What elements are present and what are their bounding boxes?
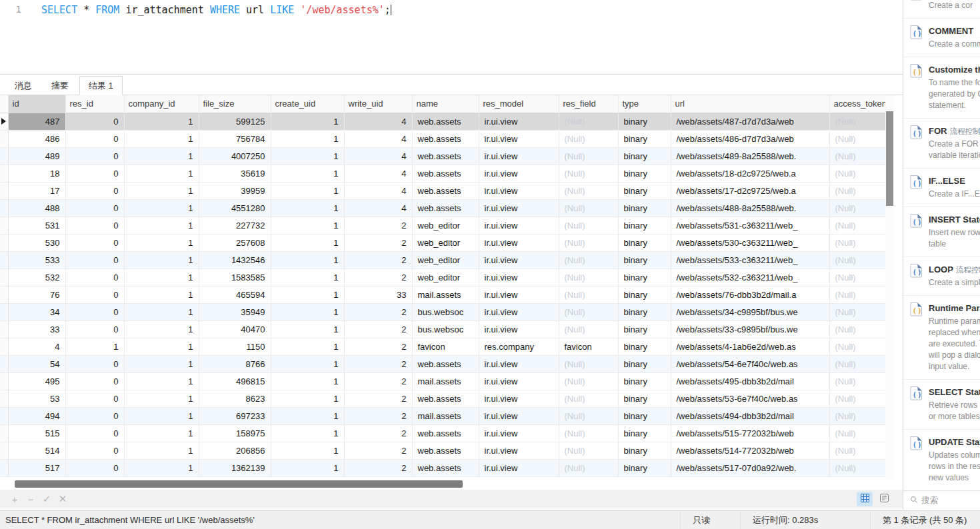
cell-access_token[interactable]: (Null) — [829, 234, 894, 251]
cell-file_size[interactable]: 206856 — [199, 442, 271, 459]
cell-create_uid[interactable]: 1 — [271, 407, 344, 424]
row-gutter-cell[interactable] — [0, 286, 8, 303]
column-header-create_uid[interactable]: create_uid — [271, 95, 344, 113]
row-gutter-cell[interactable] — [0, 338, 8, 355]
cell-res_model[interactable]: ir.ui.view — [479, 165, 559, 182]
cell-type[interactable]: binary — [618, 113, 671, 130]
cell-type[interactable]: binary — [618, 320, 671, 338]
cell-type[interactable]: binary — [618, 234, 671, 251]
cell-res_model[interactable]: ir.ui.view — [479, 234, 559, 251]
row-gutter-cell[interactable] — [0, 251, 8, 268]
column-header-write_uid[interactable]: write_uid — [344, 95, 412, 113]
cell-type[interactable]: binary — [618, 147, 671, 165]
cell-res_field[interactable]: (Null) — [559, 320, 618, 338]
cell-res_id[interactable]: 0 — [65, 459, 124, 476]
cell-res_model[interactable]: ir.ui.view — [479, 372, 559, 390]
cell-file_size[interactable]: 465594 — [199, 286, 271, 303]
cell-res_field[interactable]: (Null) — [559, 390, 618, 407]
cell-res_model[interactable]: ir.ui.view — [479, 113, 559, 130]
cell-write_uid[interactable]: 2 — [344, 320, 412, 338]
snippet-item[interactable]: () Customize the To name the foreign key… — [903, 57, 980, 119]
cell-file_size[interactable]: 158975 — [199, 424, 271, 442]
tab-messages[interactable]: 消息 — [6, 77, 41, 95]
cell-access_token[interactable]: (Null) — [829, 182, 894, 199]
cell-res_id[interactable]: 0 — [65, 199, 124, 217]
cell-access_token[interactable]: (Null) — [829, 268, 894, 286]
cell-res_field[interactable]: (Null) — [559, 459, 618, 476]
snippet-item[interactable]: () FOR流程控制 Create a FOR loop withvariabl… — [903, 119, 980, 169]
tab-result-1[interactable]: 结果 1 — [79, 76, 123, 95]
cell-create_uid[interactable]: 1 — [271, 234, 344, 251]
cell-write_uid[interactable]: 4 — [344, 182, 412, 199]
cell-type[interactable]: binary — [618, 286, 671, 303]
cell-company_id[interactable]: 1 — [124, 407, 199, 424]
row-gutter-cell[interactable] — [0, 182, 8, 199]
cell-file_size[interactable]: 1150 — [199, 338, 271, 355]
cell-res_id[interactable]: 0 — [65, 147, 124, 165]
cell-write_uid[interactable]: 2 — [344, 338, 412, 355]
cell-res_id[interactable]: 0 — [65, 182, 124, 199]
row-gutter-cell[interactable] — [0, 424, 8, 442]
cell-id[interactable]: 489 — [8, 147, 65, 165]
table-row[interactable]: 53301143254612web_editorir.ui.view(Null)… — [0, 251, 894, 268]
cell-file_size[interactable]: 1583585 — [199, 268, 271, 286]
cell-res_id[interactable]: 0 — [65, 251, 124, 268]
cell-id[interactable]: 488 — [8, 199, 65, 217]
cell-url[interactable]: /web/assets/76-dbb3b2d/mail.a — [671, 286, 829, 303]
cell-res_id[interactable]: 0 — [65, 442, 124, 459]
cell-name[interactable]: web.assets — [412, 390, 479, 407]
table-row[interactable]: 5310122773212web_editorir.ui.view(Null)b… — [0, 217, 894, 234]
cell-res_model[interactable]: ir.ui.view — [479, 390, 559, 407]
cell-id[interactable]: 530 — [8, 234, 65, 251]
table-row[interactable]: 5401876612web.assetsir.ui.view(Null)bina… — [0, 355, 894, 372]
cell-name[interactable]: web.assets — [412, 459, 479, 476]
cell-company_id[interactable]: 1 — [124, 390, 199, 407]
table-row[interactable]: 5140120685612web.assetsir.ui.view(Null)b… — [0, 442, 894, 459]
cell-id[interactable]: 486 — [8, 130, 65, 147]
cell-url[interactable]: /web/assets/17-d2c9725/web.a — [671, 182, 829, 199]
table-row[interactable]: 4860175678414web.assetsir.ui.view(Null)b… — [0, 130, 894, 147]
row-gutter-cell[interactable] — [0, 165, 8, 182]
cell-write_uid[interactable]: 2 — [344, 442, 412, 459]
table-row[interactable]: 53201158358512web_editorir.ui.view(Null)… — [0, 268, 894, 286]
cell-type[interactable]: binary — [618, 459, 671, 476]
column-header-res_field[interactable]: res_field — [559, 95, 618, 113]
form-view-button[interactable] — [876, 492, 892, 506]
column-header-url[interactable]: url — [671, 95, 829, 113]
cell-res_model[interactable]: ir.ui.view — [479, 199, 559, 217]
cell-res_field[interactable]: (Null) — [559, 130, 618, 147]
cell-file_size[interactable]: 756784 — [199, 130, 271, 147]
cell-url[interactable]: /web/assets/515-772032b/web — [671, 424, 829, 442]
cell-res_id[interactable]: 0 — [65, 217, 124, 234]
cell-create_uid[interactable]: 1 — [271, 320, 344, 338]
cell-company_id[interactable]: 1 — [124, 199, 199, 217]
cell-name[interactable]: favicon — [412, 338, 479, 355]
apply-changes-button[interactable]: ✓ — [39, 493, 55, 505]
cell-res_field[interactable]: favicon — [559, 338, 618, 355]
cell-file_size[interactable]: 40470 — [199, 320, 271, 338]
cell-write_uid[interactable]: 2 — [344, 424, 412, 442]
row-gutter-cell[interactable] — [0, 372, 8, 390]
snippet-item[interactable]: () COMMENT Create a comment — [903, 19, 980, 57]
table-row[interactable]: 4950149681512mail.assetsir.ui.view(Null)… — [0, 372, 894, 390]
cell-access_token[interactable]: (Null) — [829, 338, 894, 355]
cell-res_model[interactable]: ir.ui.view — [479, 182, 559, 199]
table-row[interactable]: 34013594912bus.websocir.ui.view(Null)bin… — [0, 303, 894, 320]
cell-access_token[interactable]: (Null) — [829, 442, 894, 459]
cell-url[interactable]: /web/assets/532-c363211/web_ — [671, 268, 829, 286]
column-header-res_model[interactable]: res_model — [479, 95, 559, 113]
cell-create_uid[interactable]: 1 — [271, 147, 344, 165]
cell-create_uid[interactable]: 1 — [271, 338, 344, 355]
cell-id[interactable]: 76 — [8, 286, 65, 303]
cell-write_uid[interactable]: 2 — [344, 234, 412, 251]
cell-id[interactable]: 515 — [8, 424, 65, 442]
cell-company_id[interactable]: 1 — [124, 217, 199, 234]
cell-file_size[interactable]: 39959 — [199, 182, 271, 199]
cell-type[interactable]: binary — [618, 251, 671, 268]
horizontal-scrollbar[interactable] — [0, 479, 903, 490]
cell-company_id[interactable]: 1 — [124, 147, 199, 165]
cell-res_field[interactable]: (Null) — [559, 199, 618, 217]
cell-res_id[interactable]: 0 — [65, 355, 124, 372]
cell-res_id[interactable]: 0 — [65, 130, 124, 147]
cell-res_id[interactable]: 0 — [65, 372, 124, 390]
